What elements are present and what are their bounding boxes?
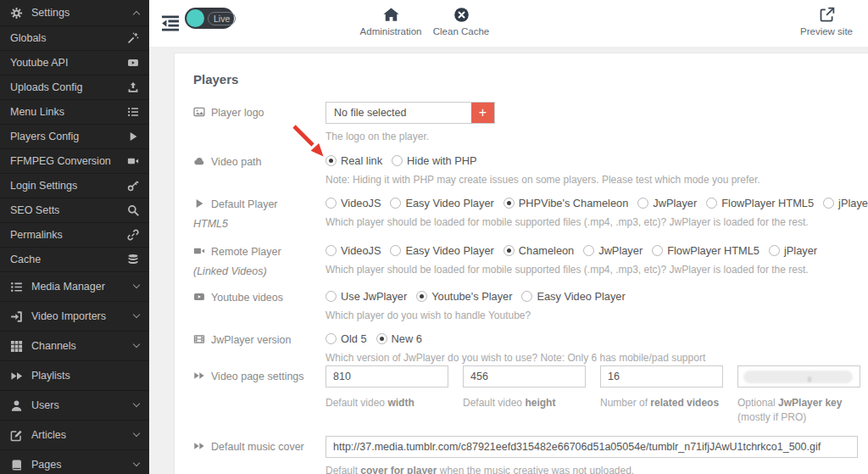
sidebar-item-menu-links[interactable]: Menu Links [0, 100, 149, 125]
radio-hide-with-php[interactable]: Hide with PHP [392, 154, 477, 167]
radio-jplayer[interactable]: jPlayer [823, 197, 868, 209]
outdent-icon[interactable] [160, 13, 181, 33]
play-icon [193, 198, 205, 209]
players-form: Player logo No file selected + The logo … [193, 102, 856, 474]
field-label: Youtube videos [193, 287, 326, 321]
video-width-input[interactable] [326, 365, 448, 388]
radio-dot [392, 155, 403, 166]
radio-new-6[interactable]: New 6 [376, 332, 422, 345]
radio-old-5[interactable]: Old 5 [326, 332, 367, 345]
fast-forward-icon [193, 440, 205, 452]
sidebar-item-label: Permalinks [10, 229, 127, 241]
radio-easy-video-player[interactable]: Easy Video Player [390, 244, 493, 257]
sidebar-item-label: SEO Setts [10, 204, 127, 216]
sidebar-item-media-manager[interactable]: Media Manager [0, 272, 149, 302]
add-file-button[interactable]: + [471, 103, 494, 123]
row-remote-player: Remote Player (Linked Videos) VideoJS Ea… [193, 241, 856, 277]
sidebar-item-cache[interactable]: Cache [0, 248, 149, 272]
row-video-page-settings: Video page settings Default video width … [193, 365, 856, 426]
row-jwplayer-version: JwPlayer version Old 5 New 6 Which versi… [193, 329, 856, 364]
sidebar-item-label: Uploads Config [10, 81, 127, 93]
sidebar-item-pages[interactable]: Pages [0, 450, 149, 474]
sidebar-item-label: Channels [31, 340, 134, 352]
chevron-down-icon [133, 282, 140, 288]
radio-dot [504, 198, 515, 209]
nav-preview-site[interactable]: Preview site [776, 6, 868, 36]
sidebar-item-label: Globals [10, 32, 127, 44]
radio-dot [390, 245, 401, 256]
radio-videojs[interactable]: VideoJS [326, 197, 381, 209]
grid-icon [10, 340, 23, 353]
sidebar-item-playlists[interactable]: Playlists [0, 361, 149, 391]
database-icon [127, 254, 139, 265]
cloud-icon [193, 155, 205, 167]
radio-dot [583, 245, 594, 256]
help-text: Note: Hiding it with PHP may create issu… [326, 174, 856, 186]
radio-dot [390, 198, 401, 209]
sidebar-item-video-importers[interactable]: Video Importers [0, 302, 149, 332]
sidebar-item-seo-setts[interactable]: SEO Setts [0, 198, 149, 223]
radio-chameleon[interactable]: Chameleon [504, 244, 574, 257]
sidebar-item-articles[interactable]: Articles [0, 421, 149, 450]
sidebar-item-ffmpeg-conversion[interactable]: FFMPEG Conversion [0, 149, 149, 174]
sidebar-item-label: Login Settings [10, 180, 127, 192]
upload-icon [127, 81, 139, 93]
sidebar-item-label: Users [31, 399, 134, 411]
radio-flowplayer-html5[interactable]: FlowPlayer HTML5 [652, 244, 760, 257]
help-text: Which version of JwPlayer do you wish to… [326, 352, 856, 364]
content-area: Players Player logo No file selected + T… [149, 47, 868, 474]
radio-real-link[interactable]: Real link [326, 154, 382, 167]
search-icon [127, 204, 139, 216]
sidebar-item-channels[interactable]: Channels [0, 332, 149, 361]
youtube-icon [127, 57, 139, 69]
key-icon [127, 180, 139, 192]
radio-dot [326, 291, 337, 302]
radio-use-jwplayer[interactable]: Use JwPlayer [326, 290, 407, 303]
radio-youtubes-player[interactable]: Youtube's Player [416, 290, 512, 303]
nav-label: Clean Cache [433, 26, 489, 36]
help-text: Which player should be loaded for mobile… [326, 216, 856, 228]
radio-dot [637, 198, 648, 209]
radio-jwplayer[interactable]: JwPlayer [637, 197, 697, 209]
page-title: Players [193, 72, 856, 86]
import-icon [10, 310, 23, 323]
radio-dot [416, 291, 427, 302]
sidebar-item-players-config[interactable]: Players Config [0, 125, 149, 149]
sidebar-item-uploads-config[interactable]: Uploads Config [0, 75, 149, 100]
film-icon [193, 333, 205, 345]
radio-flowplayer-html5[interactable]: FlowPlayer HTML5 [706, 197, 814, 209]
radio-phpvibe-chameleon[interactable]: PHPVibe's Chameleon [504, 197, 629, 209]
help-text: Default video height [463, 396, 586, 410]
sidebar-item-users[interactable]: Users [0, 391, 149, 421]
image-icon [193, 106, 205, 118]
sidebar-item-settings[interactable]: Settings [0, 0, 149, 26]
file-input-text: No file selected [326, 103, 471, 123]
sidebar-item-label: Playlists [31, 370, 139, 382]
chevron-down-icon [133, 311, 140, 318]
sidebar-item-youtube-api[interactable]: Youtube API [0, 51, 149, 75]
video-height-input[interactable] [463, 365, 586, 388]
sidebar-item-permalinks[interactable]: Permalinks [0, 223, 149, 248]
player-logo-file-input[interactable]: No file selected + [326, 102, 495, 124]
music-cover-url-input[interactable] [326, 436, 858, 458]
row-default-player: Default Player HTML5 VideoJS Easy Video … [193, 193, 856, 230]
radio-easy-video-player[interactable]: Easy Video Player [390, 197, 493, 209]
row-video-path: Video path Real link Hide with PHP Note:… [193, 151, 856, 186]
radio-jwplayer[interactable]: JwPlayer [583, 244, 643, 257]
live-toggle-label: Live [208, 12, 236, 25]
radio-easy-video-player[interactable]: Easy Video Player [521, 290, 625, 303]
live-toggle[interactable]: Live [185, 8, 234, 29]
jwplayer-key-input[interactable] [737, 365, 860, 388]
radio-dot [504, 245, 515, 256]
radio-videojs[interactable]: VideoJS [326, 244, 381, 257]
sidebar-item-globals[interactable]: Globals [0, 26, 149, 51]
sidebar-item-label: Media Manager [31, 281, 134, 293]
sidebar-item-login-settings[interactable]: Login Settings [0, 174, 149, 198]
book-icon [10, 459, 23, 471]
related-videos-input[interactable] [600, 365, 723, 388]
nav-clean-cache[interactable]: Clean Cache [410, 6, 512, 36]
radio-jplayer[interactable]: jPlayer [769, 244, 817, 257]
sidebar-item-label: Video Importers [31, 310, 134, 322]
radio-dot [376, 333, 387, 344]
field-label: Video page settings [193, 365, 326, 426]
